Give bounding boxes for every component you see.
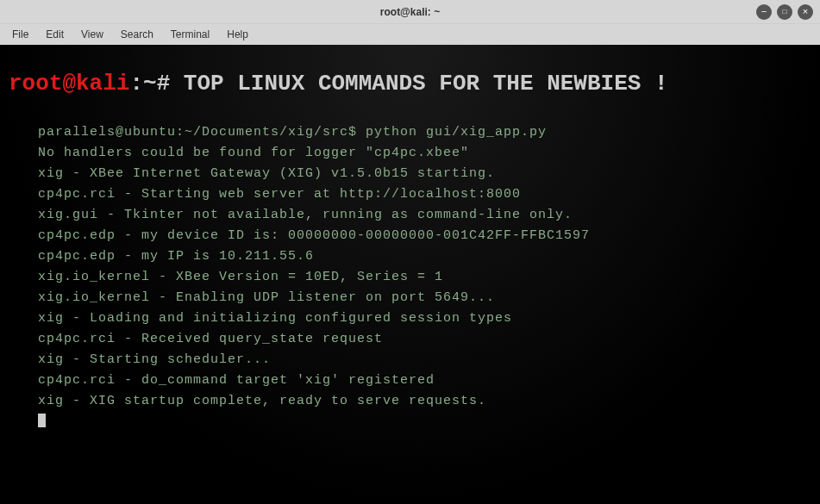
menu-file[interactable]: File bbox=[5, 27, 35, 42]
output-line: No handlers could be found for logger "c… bbox=[38, 143, 811, 164]
output-line: cp4pc.edp - my device ID is: 00000000-00… bbox=[38, 226, 811, 246]
output-line: cp4pc.edp - my IP is 10.211.55.6 bbox=[38, 246, 811, 267]
output-line: xig - XIG startup complete, ready to ser… bbox=[38, 391, 811, 412]
output-line: parallels@ubuntu:~/Documents/xig/src$ py… bbox=[38, 122, 811, 143]
prompt-command: TOP LINUX COMMANDS FOR THE NEWBIES ! bbox=[184, 71, 668, 96]
close-button[interactable] bbox=[798, 4, 813, 20]
output-line: cp4pc.rci - Received query_state request bbox=[38, 329, 811, 350]
menu-view[interactable]: View bbox=[74, 27, 110, 42]
prompt-line: root@kali:~# TOP LINUX COMMANDS FOR THE … bbox=[9, 71, 811, 96]
prompt-user-host: root@kali bbox=[9, 71, 129, 96]
cursor-icon bbox=[38, 414, 46, 427]
menu-bar: File Edit View Search Terminal Help bbox=[0, 24, 820, 45]
menu-help[interactable]: Help bbox=[220, 27, 255, 42]
output-line: xig.io_kernel - XBee Version = 10ED, Ser… bbox=[38, 267, 811, 288]
terminal-output: parallels@ubuntu:~/Documents/xig/src$ py… bbox=[9, 122, 811, 412]
window-controls bbox=[756, 4, 813, 20]
output-line: xig.io_kernel - Enabling UDP listener on… bbox=[38, 288, 811, 308]
terminal-window: root@kali: ~ File Edit View Search Termi… bbox=[0, 0, 820, 504]
prompt-separator: :~# bbox=[129, 71, 183, 96]
terminal-body[interactable]: root@kali:~# TOP LINUX COMMANDS FOR THE … bbox=[0, 45, 820, 504]
output-line: xig.gui - Tkinter not available, running… bbox=[38, 205, 811, 226]
output-line: xig - Loading and initializing configure… bbox=[38, 308, 811, 329]
minimize-button[interactable] bbox=[756, 4, 772, 20]
window-title: root@kali: ~ bbox=[380, 6, 440, 18]
output-line: xig - XBee Internet Gateway (XIG) v1.5.0… bbox=[38, 164, 811, 184]
maximize-button[interactable] bbox=[777, 4, 792, 20]
output-line: xig - Starting scheduler... bbox=[38, 350, 811, 370]
menu-search[interactable]: Search bbox=[114, 27, 160, 42]
menu-terminal[interactable]: Terminal bbox=[164, 27, 216, 42]
title-bar: root@kali: ~ bbox=[0, 0, 820, 24]
output-line: cp4pc.rci - do_command target 'xig' regi… bbox=[38, 370, 811, 391]
menu-edit[interactable]: Edit bbox=[39, 27, 71, 42]
output-line: cp4pc.rci - Starting web server at http:… bbox=[38, 184, 811, 205]
